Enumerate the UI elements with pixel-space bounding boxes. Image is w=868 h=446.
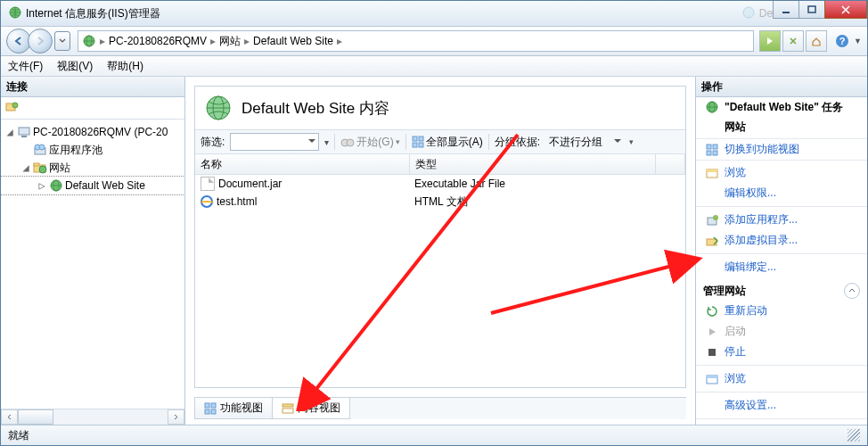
tree-hscrollbar[interactable]	[1, 409, 184, 425]
stop-nav-button[interactable]	[782, 30, 804, 52]
sites-folder-icon	[33, 161, 47, 175]
svg-rect-12	[21, 136, 27, 137]
history-dropdown[interactable]	[54, 31, 70, 51]
svg-rect-45	[707, 169, 717, 172]
action-edit-permissions[interactable]: 编辑权限...	[696, 183, 867, 203]
svg-point-18	[39, 166, 46, 173]
menu-file[interactable]: 文件(F)	[8, 59, 43, 74]
tree-apppool-node[interactable]: 应用程序池	[1, 141, 184, 159]
app-icon	[8, 5, 22, 22]
breadcrumb-host[interactable]: PC-20180826RQMV	[109, 35, 207, 47]
svg-point-1	[743, 7, 754, 18]
navigation-bar: ▸ PC-20180826RQMV ▸ 网站 ▸ Default Web Sit…	[1, 27, 867, 56]
svg-rect-17	[34, 163, 39, 166]
status-text: 就绪	[8, 428, 29, 443]
connections-pane: 连接 ◢ PC-20180826RQMV (PC-20 应用程序池 ◢	[1, 77, 185, 425]
content-list[interactable]: Document.jar Executable Jar File test.ht…	[195, 175, 685, 387]
svg-rect-28	[419, 136, 423, 141]
svg-rect-51	[707, 376, 717, 378]
forward-button[interactable]	[28, 29, 53, 54]
content-icon	[282, 402, 294, 415]
list-item[interactable]: test.html HTML 文档	[195, 193, 685, 211]
action-restart[interactable]: 重新启动	[696, 301, 867, 321]
expand-icon[interactable]: ▷	[37, 179, 47, 192]
action-stop[interactable]: 停止	[696, 342, 867, 362]
showall-icon	[412, 136, 424, 148]
features-view-tab[interactable]: 功能视图	[194, 398, 273, 419]
filter-combo[interactable]	[230, 133, 319, 151]
home-button[interactable]	[806, 30, 827, 52]
list-header: 名称 类型	[195, 154, 685, 175]
browse-icon	[705, 372, 719, 386]
column-type[interactable]: 类型	[410, 154, 656, 174]
help-dropdown[interactable]: ▼	[854, 37, 862, 45]
content-view-tab[interactable]: 内容视图	[272, 398, 350, 419]
svg-rect-34	[211, 409, 216, 414]
help-button[interactable]: ?	[832, 31, 852, 51]
svg-rect-43	[713, 151, 717, 155]
action-edit-bindings[interactable]: 编辑绑定...	[696, 257, 867, 277]
address-bar[interactable]: ▸ PC-20180826RQMV ▸ 网站 ▸ Default Web Sit…	[78, 30, 754, 52]
breadcrumb-site[interactable]: Default Web Site	[253, 35, 333, 47]
menu-view[interactable]: 视图(V)	[57, 59, 93, 74]
column-name[interactable]: 名称	[195, 154, 410, 174]
resize-grip[interactable]	[848, 429, 860, 442]
content-pane: Default Web Site 内容 筛选: ▾ 开始(G) ▾	[185, 77, 695, 425]
window-title: Internet 信息服务(IIS)管理器	[26, 6, 715, 21]
svg-rect-2	[782, 12, 790, 13]
svg-point-15	[39, 145, 45, 150]
scroll-right-button[interactable]	[168, 409, 184, 425]
actions-title: 操作	[696, 77, 867, 97]
svg-rect-11	[19, 128, 29, 135]
collapse-icon[interactable]: ◢	[20, 161, 31, 174]
menu-bar: 文件(F) 视图(V) 帮助(H)	[1, 56, 867, 77]
scroll-thumb[interactable]	[18, 409, 53, 425]
connections-toolbar	[1, 97, 184, 120]
svg-rect-36	[283, 409, 293, 413]
features-icon	[204, 402, 217, 415]
collapse-icon[interactable]	[844, 283, 860, 299]
svg-rect-33	[205, 409, 209, 414]
tree-default-site-node[interactable]: ▷ Default Web Site	[1, 177, 184, 194]
action-browse-site[interactable]: 浏览	[696, 368, 867, 389]
action-advanced[interactable]: 高级设置...	[696, 395, 867, 416]
collapse-icon[interactable]: ◢	[4, 126, 15, 138]
file-icon	[201, 177, 215, 191]
svg-point-10	[12, 103, 18, 108]
minimize-button[interactable]	[773, 1, 799, 19]
start-filter-button[interactable]: 开始(G) ▾	[340, 135, 399, 150]
groupby-combo[interactable]: 不进行分组	[545, 134, 624, 150]
site-icon	[49, 178, 63, 193]
stop-icon	[705, 345, 719, 359]
status-bar: 就绪	[1, 425, 867, 445]
svg-rect-42	[707, 151, 711, 155]
svg-rect-27	[413, 136, 417, 141]
svg-text:?: ?	[839, 36, 846, 46]
tree-server-node[interactable]: ◢ PC-20180826RQMV (PC-20	[1, 123, 184, 141]
filter-toolbar: 筛选: ▾ 开始(G) ▾ 全部显示(A) 分组依据:	[195, 129, 685, 154]
doc-icon	[741, 5, 756, 22]
connections-tree[interactable]: ◢ PC-20180826RQMV (PC-20 应用程序池 ◢ 网站 ▷	[1, 120, 184, 409]
actions-pane: 操作 "Default Web Site" 任务 网站 切换到功能视图 浏览	[695, 77, 867, 425]
restart-icon	[705, 304, 719, 318]
site-sublabel: 网站	[696, 118, 867, 136]
connect-icon[interactable]	[4, 100, 19, 117]
view-tabs: 功能视图 内容视图	[194, 397, 686, 419]
showall-button[interactable]: 全部显示(A)	[412, 135, 483, 150]
menu-help[interactable]: 帮助(H)	[107, 59, 143, 74]
scroll-left-button[interactable]	[1, 409, 18, 425]
go-button[interactable]	[759, 30, 781, 52]
tree-sites-node[interactable]: ◢ 网站	[1, 159, 184, 177]
action-add-vdir[interactable]: 添加虚拟目录...	[696, 230, 867, 251]
close-button[interactable]	[824, 1, 867, 19]
svg-rect-40	[707, 145, 711, 149]
maximize-button[interactable]	[798, 1, 825, 19]
breadcrumb-sites[interactable]: 网站	[219, 34, 241, 49]
action-switch-view[interactable]: 切换到功能视图	[696, 138, 867, 161]
action-add-app[interactable]: 添加应用程序...	[696, 210, 867, 230]
svg-rect-29	[413, 143, 417, 147]
action-start[interactable]: 启动	[696, 321, 867, 342]
switch-icon	[705, 143, 719, 157]
list-item[interactable]: Document.jar Executable Jar File	[195, 175, 685, 193]
action-browse[interactable]: 浏览	[696, 162, 867, 183]
